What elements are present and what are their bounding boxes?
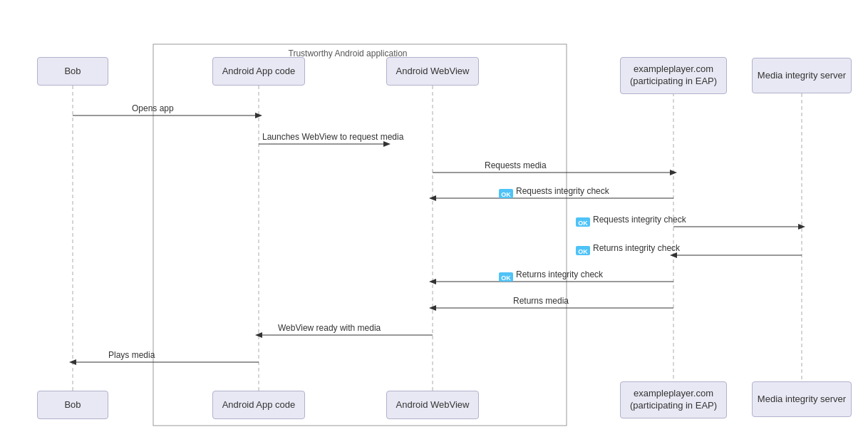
svg-text:OK: OK (501, 274, 511, 282)
svg-rect-27 (576, 246, 590, 255)
svg-marker-21 (798, 224, 805, 230)
svg-text:Requests media: Requests media (485, 160, 547, 170)
svg-rect-0 (153, 44, 567, 426)
actor-appcode-top: Android App code (212, 57, 305, 86)
svg-rect-32 (499, 272, 513, 282)
svg-text:Returns media: Returns media (513, 296, 569, 306)
svg-marker-31 (429, 279, 436, 284)
actor-webview-top: Android WebView (386, 57, 479, 86)
svg-text:OK: OK (578, 248, 588, 255)
svg-marker-16 (429, 195, 436, 201)
actor-mediaintserver-bottom: Media integrity server (752, 381, 852, 417)
svg-marker-39 (255, 332, 262, 338)
svg-text:WebView ready with media: WebView ready with media (278, 323, 381, 333)
svg-marker-26 (670, 252, 677, 258)
svg-rect-22 (576, 217, 590, 227)
actor-bob-top: Bob (37, 57, 108, 86)
svg-text:Returns integrity check: Returns integrity check (593, 243, 681, 253)
svg-text:Plays media: Plays media (108, 350, 155, 360)
svg-marker-10 (383, 141, 391, 147)
actor-bob-bottom: Bob (37, 391, 108, 419)
actor-exampleplayer-bottom: exampleplayer.com (participating in EAP) (620, 381, 727, 418)
actor-webview-bottom: Android WebView (386, 391, 479, 419)
actor-exampleplayer-top: exampleplayer.com (participating in EAP) (620, 57, 727, 94)
svg-text:Requests integrity check: Requests integrity check (593, 215, 687, 225)
sequence-diagram: Trustworthy Android application Opens ap… (0, 0, 868, 442)
svg-text:OK: OK (501, 191, 511, 198)
svg-text:OK: OK (578, 220, 588, 227)
svg-text:Requests integrity check: Requests integrity check (516, 186, 610, 196)
svg-text:Launches WebView to request me: Launches WebView to request media (262, 132, 404, 142)
svg-marker-7 (255, 113, 262, 118)
svg-rect-17 (499, 189, 513, 198)
svg-text:Returns integrity check: Returns integrity check (516, 269, 604, 279)
actor-mediaintserver-top: Media integrity server (752, 58, 852, 93)
svg-marker-42 (69, 359, 76, 365)
actor-appcode-bottom: Android App code (212, 391, 305, 419)
svg-marker-13 (670, 170, 677, 175)
svg-text:Opens app: Opens app (132, 103, 174, 113)
svg-marker-36 (429, 305, 436, 311)
